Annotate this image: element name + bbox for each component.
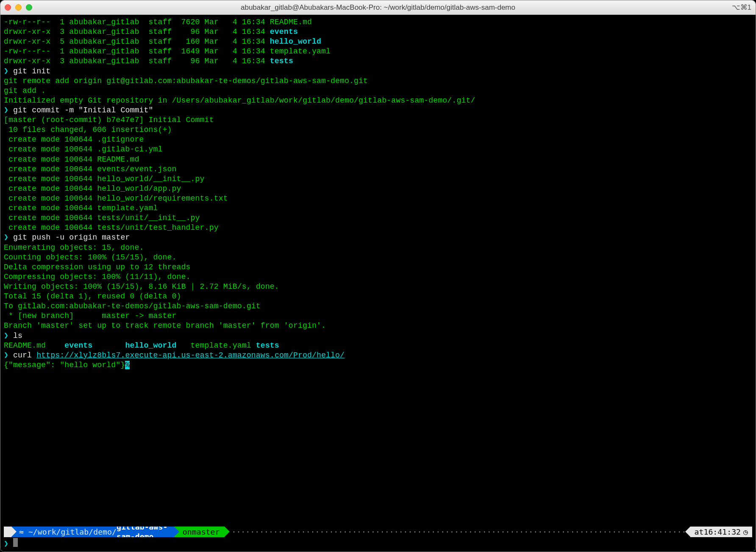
curl-response: {"message": "hello world"}% xyxy=(4,360,752,370)
status-path: ~/work/gitlab/demo/ xyxy=(28,527,117,537)
traffic-lights xyxy=(5,4,32,11)
chevron-left-icon xyxy=(685,527,690,537)
clock-icon: ◷ xyxy=(743,527,748,537)
output-line: To gitlab.com:abubakar-te-demos/gitlab-a… xyxy=(4,301,752,311)
cmd-git-commit: git commit -m "Initial Commit" xyxy=(13,106,153,114)
status-prompt-glyph: ≈ xyxy=(19,527,24,537)
status-bar: ≈ ~/work/gitlab/demo/gitlab-aws-sam-demo… xyxy=(0,527,756,552)
cmd-git-push: git push -u origin master xyxy=(13,233,130,242)
curl-url[interactable]: https://xlylz8bls7.execute-api.us-east-2… xyxy=(36,351,345,360)
file-name: tests xyxy=(270,57,293,65)
output-line: * [new branch] master -> master xyxy=(4,311,752,321)
file-name: template.yaml xyxy=(270,47,331,56)
output-line: create mode 100644 .gitignore xyxy=(4,135,752,145)
status-time: 16:41:32 xyxy=(703,527,741,537)
output-line: Counting objects: 100% (15/15), done. xyxy=(4,253,752,262)
cmd-git-init: git init xyxy=(13,67,50,75)
output-line: Total 15 (delta 1), reused 0 (delta 0) xyxy=(4,292,752,301)
titlebar: abubakar_gitlab@Abubakars-MacBook-Pro: ~… xyxy=(0,0,756,15)
file-name: README.md xyxy=(270,18,312,26)
cmd-ls: ls xyxy=(13,332,22,340)
file-name: hello_world xyxy=(270,37,321,46)
ls-short-row: README.md events hello_world template.ya… xyxy=(4,341,752,351)
cursor-icon xyxy=(13,538,18,547)
output-line: create mode 100644 hello_world/app.py xyxy=(4,184,752,194)
status-time-segment: at 16:41:32 ◷ xyxy=(690,527,752,537)
ls-row: drwxr-xr-x 5 abubakar_gitlab staff 160 M… xyxy=(4,37,752,47)
output-line: create mode 100644 tests/unit/__init__.p… xyxy=(4,213,752,223)
titlebar-shortcut-label: ⌥⌘1 xyxy=(732,3,751,12)
output-line: git remote add origin git@gitlab.com:abu… xyxy=(4,76,752,86)
output-line: create mode 100644 tests/unit/test_handl… xyxy=(4,223,752,233)
output-line: create mode 100644 template.yaml xyxy=(4,204,752,213)
prompt-caret: ❯ xyxy=(4,539,8,548)
output-line: Branch 'master' set up to track remote b… xyxy=(4,321,752,331)
output-line: Delta compression using up to 12 threads xyxy=(4,262,752,272)
status-branch-on: on xyxy=(183,527,192,537)
output-line: create mode 100644 README.md xyxy=(4,155,752,164)
ls-row: drwxr-xr-x 3 abubakar_gitlab staff 96 Ma… xyxy=(4,27,752,37)
status-filler-dots: ········································… xyxy=(230,527,685,537)
chevron-right-icon xyxy=(174,527,179,537)
terminal-body[interactable]: -rw-r--r-- 1 abubakar_gitlab staff 7620 … xyxy=(0,15,756,527)
window-title: abubakar_gitlab@Abubakars-MacBook-Pro: ~… xyxy=(0,3,756,12)
cmd-curl: curl xyxy=(13,351,36,360)
output-line: [master (root-commit) b7e47e7] Initial C… xyxy=(4,115,752,125)
close-icon[interactable] xyxy=(5,4,11,11)
powerline-status: ≈ ~/work/gitlab/demo/gitlab-aws-sam-demo… xyxy=(4,527,752,537)
output-line: Writing objects: 100% (15/15), 8.16 KiB … xyxy=(4,282,752,292)
status-branch-segment: on master xyxy=(174,527,225,537)
output-line: Compressing objects: 100% (11/11), done. xyxy=(4,272,752,282)
ls-row: -rw-r--r-- 1 abubakar_gitlab staff 7620 … xyxy=(4,17,752,27)
status-time-prefix: at xyxy=(695,527,704,537)
output-line: Enumerating objects: 15, done. xyxy=(4,243,752,253)
output-line: create mode 100644 events/event.json xyxy=(4,164,752,174)
output-line: git add . xyxy=(4,86,752,96)
chevron-right-icon xyxy=(11,527,17,537)
output-line: 10 files changed, 606 insertions(+) xyxy=(4,125,752,135)
prompt-line[interactable]: ❯ xyxy=(4,537,752,548)
ls-row: -rw-r--r-- 1 abubakar_gitlab staff 1649 … xyxy=(4,47,752,56)
output-line: create mode 100644 hello_world/__init__.… xyxy=(4,174,752,184)
output-line: create mode 100644 hello_world/requireme… xyxy=(4,194,752,204)
output-line: create mode 100644 .gitlab-ci.yml xyxy=(4,145,752,154)
file-name: events xyxy=(270,28,298,36)
status-path-tail: gitlab-aws-sam-demo xyxy=(117,527,169,537)
status-path-segment: ≈ ~/work/gitlab/demo/gitlab-aws-sam-demo xyxy=(11,527,174,537)
chevron-right-icon xyxy=(225,527,230,537)
terminal-window: abubakar_gitlab@Abubakars-MacBook-Pro: ~… xyxy=(0,0,756,552)
output-line: Initialized empty Git repository in /Use… xyxy=(4,96,752,106)
ls-row: drwxr-xr-x 3 abubakar_gitlab staff 96 Ma… xyxy=(4,56,752,66)
zoom-icon[interactable] xyxy=(26,4,32,11)
status-branch-name: master xyxy=(192,527,220,537)
minimize-icon[interactable] xyxy=(15,4,22,11)
apple-icon xyxy=(4,527,11,537)
